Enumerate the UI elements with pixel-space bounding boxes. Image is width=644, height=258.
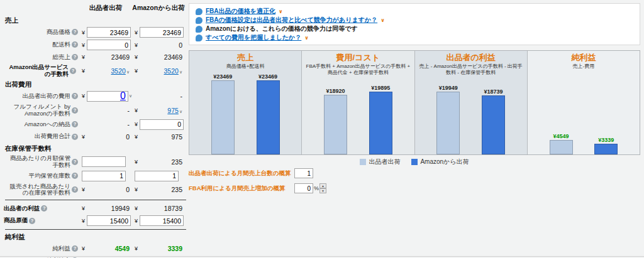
fba-fee-link[interactable]: 975: [167, 107, 179, 114]
monthly-storage-input-seller[interactable]: [82, 156, 126, 167]
help-link-price-competitiveness[interactable]: FBAの価格設定は出品者出荷と比べて競争力がありますか？: [206, 16, 377, 24]
row-seller-profit: 出品者の利益? ¥19949 ¥18739: [4, 203, 186, 213]
help-icon[interactable]: ?: [72, 41, 78, 48]
bar-value-label: ¥18920: [326, 88, 345, 94]
chart-panel-costs: 費用/コスト FBA手数料 + Amazon出品サービスの手数料 + 商品代金 …: [301, 51, 414, 154]
monthly-storage-value-fba: 235: [140, 158, 185, 166]
yen-symbol: ¥: [82, 93, 87, 99]
help-icon[interactable]: ?: [29, 218, 35, 224]
help-icon[interactable]: ?: [72, 159, 78, 165]
yen-symbol: ¥: [135, 121, 140, 127]
row-shipping-fee: 配送料? ¥ ¥0: [4, 40, 186, 50]
speech-bubble-icon: [196, 26, 203, 33]
product-price-input-seller[interactable]: [87, 27, 131, 38]
bar-seller: [324, 95, 347, 154]
fba-fee-dash: -: [82, 107, 132, 114]
yen-symbol: ¥: [82, 218, 87, 224]
help-links-box: FBA出品の価格を適正化 ∨ FBAの価格設定は出品者出荷と比べて競争力がありま…: [189, 3, 640, 45]
help-link-all-costs[interactable]: すべての費用を把握しましたか？: [206, 33, 301, 42]
help-icon[interactable]: ?: [72, 29, 78, 35]
help-link-optimize-price[interactable]: FBA出品の価格を適正化: [206, 7, 275, 16]
row-storage-per-unit: 販売された商品あたりの在庫保管手数料? ¥0 ¥235: [4, 183, 186, 197]
row-label: 商品価格: [47, 29, 70, 36]
row-label: Amazonへの納品: [25, 121, 70, 128]
stepper-down-button[interactable]: ▼: [319, 188, 326, 193]
monthly-units-label: 出品者出荷による月間売上台数の概算: [189, 169, 294, 178]
divider: [5, 200, 186, 200]
chevron-down-icon[interactable]: ∨: [126, 70, 130, 74]
product-cost-input-fba[interactable]: [140, 215, 184, 226]
referral-fee-link-seller[interactable]: 3520: [111, 67, 126, 75]
column-header-fba: Amazonから出荷: [132, 4, 185, 13]
row-label: 出荷費用合計: [35, 133, 70, 140]
seller-ship-cost-link[interactable]: 0: [120, 90, 126, 102]
row-label: 商品あたりの月額保管手数料: [6, 155, 70, 169]
legend-label-fba: Amazonから出荷: [420, 158, 469, 166]
percent-symbol: %: [314, 185, 319, 191]
row-label: フルフィルメント by Amazonの手数料: [6, 104, 70, 117]
yen-symbol: ¥: [82, 42, 87, 48]
comparison-bar-chart: 売上 商品価格+配送料 ¥23469 ¥23469 費用/コスト FBA手数料 …: [189, 50, 640, 155]
shipping-fee-input-seller[interactable]: [87, 40, 131, 50]
monthly-units-input[interactable]: [294, 168, 313, 178]
section-shipping: 出荷費用: [5, 80, 186, 89]
chevron-down-icon[interactable]: ∨: [179, 70, 182, 74]
product-cost-input-seller[interactable]: [87, 215, 131, 226]
expand-chevron-icon[interactable]: ∨: [279, 9, 283, 14]
stepper-up-button[interactable]: ▲: [319, 183, 326, 188]
help-icon[interactable]: ?: [72, 54, 78, 60]
panel-title: 純利益: [528, 52, 640, 63]
bar-fba: [594, 144, 618, 154]
help-icon[interactable]: ?: [41, 205, 47, 212]
seller-profit-value-seller: 19949: [87, 205, 132, 212]
help-icon[interactable]: ?: [72, 245, 78, 252]
row-monthly-storage: 商品あたりの月額保管手数料? ¥235: [4, 155, 186, 169]
bar-value-label: ¥19949: [439, 85, 458, 91]
row-net-profit: 純利益? ¥4549 ¥3339: [4, 244, 186, 254]
panel-subtitle: 売上 - Amazon出品サービスの手数料 - 出荷手数料 - 在庫保管手数料: [415, 63, 527, 76]
inbound-dash: -: [82, 121, 132, 128]
row-referral-fee: Amazon出品サービスの手数料? ¥3520∨ ¥3520∨: [4, 64, 186, 78]
help-icon[interactable]: ?: [72, 134, 78, 140]
row-product-cost: 商品原価? ¥ ¥: [4, 215, 186, 226]
bar-fba: [369, 92, 392, 154]
yen-symbol: ¥: [135, 218, 140, 224]
row-label: 平均保管在庫数: [29, 173, 71, 180]
bar-value-label: ¥19895: [371, 85, 390, 91]
row-label: Amazon出品サービスの手数料: [4, 64, 69, 78]
fba-calculator-form: 出品者出荷 Amazonから出荷 売上 商品価格? ¥ ¥ 配送料? ¥ ¥0 …: [0, 0, 187, 258]
yen-symbol: ¥: [82, 245, 87, 252]
panel-subtitle: FBA手数料 + Amazon出品サービスの手数料 + 商品代金 + 在庫保管手…: [302, 63, 414, 76]
referral-fee-link-fba[interactable]: 3520: [164, 67, 179, 75]
help-icon[interactable]: ?: [72, 186, 78, 193]
yen-symbol: ¥: [82, 205, 87, 212]
row-avg-inventory: 平均保管在庫数?: [4, 171, 186, 181]
help-line: FBA出品の価格を適正化 ∨: [196, 7, 633, 16]
expand-chevron-icon[interactable]: ∨: [380, 18, 385, 23]
bar-seller: [211, 80, 235, 154]
help-icon[interactable]: ?: [72, 121, 78, 127]
yen-symbol: ¥: [135, 68, 140, 74]
chevron-down-icon[interactable]: ∨: [179, 109, 182, 114]
help-icon[interactable]: ?: [72, 173, 78, 179]
avg-inventory-input-fba[interactable]: [135, 171, 179, 181]
help-icon[interactable]: ?: [72, 107, 78, 114]
help-line: Amazonにおける、これらの価格の競争力は同等です: [196, 24, 633, 33]
help-icon[interactable]: ?: [72, 93, 78, 99]
product-price-input-fba[interactable]: [140, 27, 184, 38]
row-label: 総売上: [53, 54, 71, 61]
total-sales-value-seller: 23469: [87, 53, 132, 61]
monthly-increase-input[interactable]: [294, 183, 313, 193]
chart-panel-seller-profit: 出品者の利益 売上 - Amazon出品サービスの手数料 - 出荷手数料 - 在…: [414, 51, 527, 154]
expand-chevron-icon[interactable]: ∨: [304, 35, 309, 41]
row-inbound: Amazonへの納品? - ¥: [4, 119, 186, 130]
yen-symbol: ¥: [82, 186, 87, 193]
inbound-input-fba[interactable]: [140, 119, 184, 130]
avg-inventory-input-seller[interactable]: [82, 171, 126, 181]
panel-title: 出品者の利益: [415, 52, 527, 63]
yen-symbol: ¥: [135, 159, 140, 165]
help-icon[interactable]: ?: [70, 68, 76, 74]
row-label: 商品原価: [4, 217, 28, 224]
yen-symbol: ¥: [135, 134, 140, 140]
seller-ship-cost-input[interactable]: 0: [87, 91, 128, 102]
